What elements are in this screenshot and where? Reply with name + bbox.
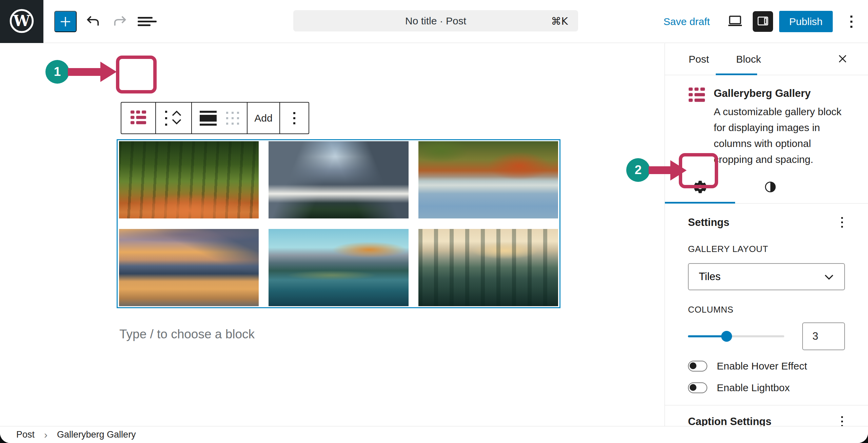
save-draft-button[interactable]: Save draft [664, 16, 710, 27]
gallery-image-5[interactable] [269, 229, 408, 306]
gallery-image-4[interactable] [119, 229, 259, 306]
settings-sidebar: Post Block Galleryberg Ga [665, 43, 868, 426]
settings-section: Settings GALLERY LAYOUT Tiles COLUMNS 3 [665, 215, 868, 394]
document-overview-button[interactable] [136, 11, 158, 33]
settings-sidebar-toggle[interactable] [753, 11, 773, 32]
publish-button[interactable]: Publish [779, 11, 833, 32]
document-title: No title · Post [405, 15, 466, 27]
hover-effect-label: Enable Hover Effect [717, 360, 807, 372]
styles-half-circle-icon [763, 180, 777, 195]
gallery-block-icon [131, 110, 146, 126]
columns-number-input[interactable]: 3 [802, 322, 845, 350]
gallery-image-1[interactable] [119, 141, 259, 218]
undo-icon [85, 14, 101, 29]
editor-options-menu[interactable] [847, 11, 856, 33]
chevron-down-icon [824, 271, 834, 283]
wordpress-logo[interactable]: W [0, 0, 43, 43]
columns-value: 3 [812, 330, 818, 342]
active-tab-underline [716, 73, 757, 75]
drag-handle-icon[interactable] [165, 111, 167, 126]
breadcrumb-current-block: Galleryberg Gallery [57, 429, 136, 440]
plus-icon [58, 15, 73, 29]
gallery-layout-value: Tiles [699, 271, 721, 283]
active-icon-tab-underline [665, 202, 735, 204]
hover-effect-row: Enable Hover Effect [688, 360, 845, 372]
breadcrumb-separator-icon: › [44, 429, 47, 441]
block-move-tools [155, 103, 191, 133]
align-icon[interactable] [200, 111, 217, 126]
annotation-arrow-1-head [100, 62, 117, 82]
columns-label: COLUMNS [688, 304, 845, 315]
columns-slider[interactable] [688, 331, 784, 342]
sidebar-panel-icon [756, 14, 770, 29]
close-sidebar-button[interactable] [837, 53, 848, 65]
section-divider [665, 405, 868, 405]
block-inserter-button[interactable] [54, 11, 77, 32]
block-format-tools [191, 103, 247, 133]
toolbar-more-cell [279, 103, 309, 133]
block-toolbar: Add [121, 102, 309, 134]
empty-block-placeholder[interactable]: Type / to choose a block [119, 327, 255, 341]
drag-grid-icon[interactable] [226, 112, 239, 125]
svg-text:W: W [13, 12, 30, 29]
tab-block[interactable]: Block [736, 54, 761, 65]
block-movers [171, 110, 182, 126]
undo-button[interactable] [82, 11, 104, 33]
sidebar-tabs: Post Block [665, 43, 868, 75]
add-images-button[interactable]: Add [254, 112, 272, 124]
gallery-image-3[interactable] [418, 141, 558, 218]
hover-effect-toggle[interactable] [688, 361, 707, 372]
editor-top-bar: W [0, 0, 868, 43]
block-card-title: Galleryberg Gallery [714, 87, 846, 100]
laptop-icon [727, 14, 743, 29]
annotation-arrow-1 [68, 68, 101, 76]
document-overview-icon [138, 15, 157, 28]
block-card-text: Galleryberg Gallery A customizable galle… [714, 87, 846, 167]
gallery-layout-label: GALLERY LAYOUT [688, 244, 845, 254]
lightbox-toggle[interactable] [688, 382, 707, 393]
block-options-menu[interactable] [293, 112, 295, 124]
gallery-block[interactable] [117, 139, 560, 308]
editor-canvas: Add Type / to choose a block [0, 43, 665, 426]
annotation-step-2-badge: 2 [626, 158, 650, 182]
gallery-image-6[interactable] [418, 229, 558, 306]
slider-thumb[interactable] [721, 331, 732, 342]
breadcrumb-post[interactable]: Post [16, 429, 35, 440]
caption-options-menu[interactable] [839, 414, 845, 426]
block-card-description: A customizable gallery block for display… [714, 104, 846, 167]
columns-control: 3 [688, 322, 845, 350]
topbar-left-tools [54, 0, 158, 43]
caption-settings-section: Caption Settings CAPTION TYPE [665, 414, 868, 426]
move-up-icon[interactable] [171, 110, 182, 118]
topbar-right-tools: Save draft Publish [664, 0, 856, 43]
settings-section-head: Settings [688, 215, 845, 230]
editor-window: W [0, 0, 868, 443]
lightbox-label: Enable Lightbox [717, 382, 790, 394]
tab-post[interactable]: Post [689, 54, 709, 65]
preview-button[interactable] [725, 12, 745, 32]
settings-heading: Settings [688, 216, 729, 229]
breadcrumb-bar: Post › Galleryberg Gallery [0, 426, 868, 443]
redo-button[interactable] [109, 11, 131, 33]
tab-styles[interactable] [735, 171, 805, 203]
close-icon [837, 53, 848, 65]
wordpress-logo-icon: W [8, 8, 35, 36]
toolbar-add-cell: Add [247, 103, 279, 133]
annotation-arrow-2 [649, 166, 671, 174]
annotation-arrow-2-head [670, 160, 687, 181]
command-shortcut: ⌘K [551, 15, 568, 27]
lightbox-row: Enable Lightbox [688, 382, 845, 394]
gallery-image-2[interactable] [269, 141, 408, 218]
move-down-icon[interactable] [171, 119, 182, 126]
caption-section-head: Caption Settings [688, 414, 845, 426]
annotation-step-1-badge: 1 [45, 60, 69, 84]
annotation-highlight-gallery-icon [116, 56, 157, 93]
caption-settings-heading: Caption Settings [688, 416, 771, 426]
block-type-button[interactable] [121, 103, 155, 133]
redo-icon [112, 14, 128, 29]
gallery-layout-select[interactable]: Tiles [688, 263, 845, 290]
command-center-button[interactable]: No title · Post ⌘K [293, 10, 578, 31]
settings-options-menu[interactable] [839, 215, 845, 230]
